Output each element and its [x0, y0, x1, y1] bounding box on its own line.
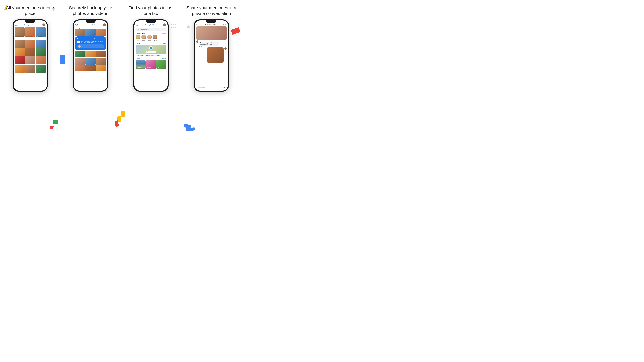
things-section-header: Things View all [134, 57, 168, 60]
places-map[interactable]: 🗺 Explore map [136, 44, 166, 54]
bubble-sender: Grace · Yesterday [199, 40, 219, 41]
check-icon [77, 41, 80, 43]
backup-photo[interactable] [75, 65, 85, 71]
place-tag-sf[interactable]: San Francisco [136, 55, 144, 56]
backup-card: Keep your memories safe Your photos & vi… [75, 36, 106, 50]
reaction-dot-2 [201, 46, 202, 47]
search-placeholder: Search "birthdays" [140, 29, 150, 30]
chat-icon-3[interactable]: 💬 [136, 24, 138, 26]
logo-l2: l [90, 24, 90, 26]
account-row[interactable]: Nicholas Grey Nicholas.e.grey@gmail.com [77, 44, 104, 48]
avatar-2[interactable] [103, 23, 106, 26]
explore-map-btn[interactable]: 🗺 Explore map [146, 51, 156, 53]
backup-photo[interactable] [96, 29, 106, 36]
person-avatar-lauren [153, 35, 158, 39]
red-square-deco [50, 125, 54, 129]
photo-cell[interactable] [14, 48, 25, 56]
sent-message [196, 47, 226, 62]
backup-photo[interactable] [96, 51, 106, 57]
photo-cell[interactable] [36, 40, 46, 48]
heart-icon[interactable]: ♥ [224, 87, 225, 89]
places-section-title: Places [136, 42, 140, 44]
avatar-3[interactable] [163, 23, 166, 26]
logo-o6: o [148, 24, 148, 26]
photo-cell[interactable] [36, 56, 46, 64]
person-grace[interactable]: Grace [147, 35, 152, 41]
date-label: Sat, May 2 [74, 27, 107, 29]
photo-cell[interactable] [36, 48, 46, 56]
person-lauren[interactable]: Lauren [153, 35, 158, 41]
avatar-1[interactable] [42, 23, 46, 26]
sent-photo[interactable] [207, 47, 224, 62]
place-tag-ggp[interactable]: Golden Gate Park [145, 55, 156, 56]
phone-notch-2 [86, 20, 96, 23]
phone-notch-4 [206, 20, 216, 23]
photos-link[interactable]: Photos [224, 24, 227, 25]
person-avatar-oliver [136, 35, 140, 39]
thing-label-food: Food [157, 67, 160, 68]
logo-o2: o [27, 24, 28, 26]
photo-cell[interactable] [25, 48, 35, 56]
panel1-title: All your memories in one place [3, 5, 57, 16]
logo-o3: o [86, 24, 87, 26]
search-bar[interactable]: 🔍 Search "birthdays" [136, 28, 166, 31]
memory-card-0[interactable]: Recent highlights [14, 27, 25, 37]
photo-cell[interactable] [25, 56, 35, 64]
backup-photo[interactable] [96, 58, 106, 64]
reaction-dot-1 [199, 46, 200, 47]
back-arrow[interactable]: ← [196, 23, 198, 25]
logo-g: G [24, 24, 25, 26]
photo-cell[interactable] [36, 64, 46, 72]
person-james[interactable]: James [142, 35, 146, 41]
chat-name[interactable]: Grace, Jen, Nick > [204, 24, 216, 25]
phone-mockup-1: 💬 Google Photos Recent highlights Me and… [12, 19, 48, 91]
memory-card-label-1: Me and mom [26, 35, 32, 36]
backup-photo[interactable] [75, 51, 85, 57]
backup-photo[interactable] [96, 65, 106, 71]
thing-flowers[interactable]: Flowers [146, 60, 156, 69]
shared-photo-top[interactable] [196, 26, 226, 40]
chat-icon-2[interactable]: 💬 [75, 24, 78, 26]
backup-card-title: Keep your memories safe [77, 38, 104, 40]
backup-check-text: Your photos & videos will be securely ba… [81, 41, 104, 43]
thing-food[interactable]: Food [156, 60, 166, 69]
backup-photo[interactable] [85, 65, 96, 71]
memory-card-2[interactable]: 2 years ago [36, 27, 46, 37]
logo-e2: e [91, 24, 92, 26]
logo-photos3: Photos [152, 24, 157, 26]
backup-photo[interactable] [85, 58, 96, 64]
phone-mockup-2: 💬 Google Photos Sat, May 2 Keep your [73, 19, 108, 91]
chat-header-bar: ← Grace, Jen, Nick > Photos [195, 23, 228, 26]
chat-icon-1[interactable]: 💬 [15, 24, 18, 26]
photo-cell[interactable] [25, 64, 35, 72]
share-icon[interactable]: ↗ [222, 87, 223, 89]
phone-notch-1 [25, 20, 35, 23]
logo-o1: o [26, 24, 26, 26]
thing-mountains[interactable]: Mountains [136, 60, 146, 69]
backup-photo[interactable] [75, 29, 85, 36]
logo-g4: G [145, 24, 146, 26]
photo-cell[interactable] [14, 64, 25, 72]
people-view-all[interactable]: View all [162, 33, 166, 34]
person-oliver[interactable]: Oliver [136, 35, 140, 41]
things-view-all[interactable]: View all [162, 58, 166, 59]
photo-cell[interactable] [14, 40, 25, 48]
places-view-all[interactable]: View all [162, 42, 166, 44]
backup-photo[interactable] [85, 29, 96, 36]
person-name-oliver: Oliver [137, 40, 139, 41]
memory-card-1[interactable]: Me and mom [25, 27, 35, 37]
bubble-reactions [199, 46, 219, 47]
logo-g2-1: G [84, 24, 85, 26]
chat-input-bar[interactable]: Say something ↗ ♥ [196, 86, 226, 89]
backup-photo[interactable] [85, 51, 96, 57]
account-email: Nicholas.e.grey@gmail.com [82, 46, 94, 47]
photo-cell[interactable] [25, 40, 35, 48]
panel3-title: Find your photos in just one tap [124, 5, 178, 16]
map-pin [149, 46, 152, 50]
photo-cell[interactable] [14, 56, 25, 64]
place-tag-more[interactable]: Golde... [156, 55, 162, 56]
today-label: Today [14, 38, 47, 40]
received-message: Grace · Yesterday Thanks for the photo! … [196, 40, 226, 47]
panel-backup: Securely back up your photos and videos … [60, 0, 121, 136]
backup-photo[interactable] [75, 58, 85, 64]
